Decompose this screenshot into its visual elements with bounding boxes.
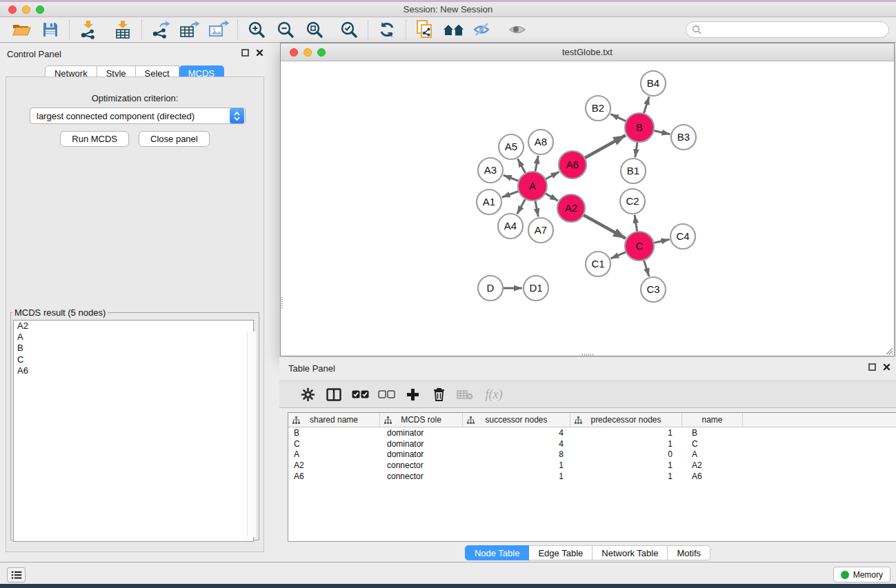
cell-predecessors[interactable]: 0 [570,449,682,459]
network-canvas[interactable]: B4B2BB3B1A8A5A6A3AA1A2C2A4A7C4CC1C3DD1 [281,61,894,356]
table-row[interactable]: Bdominator41B [288,427,896,438]
export-image-icon [208,20,229,39]
table-row[interactable]: A6connector11A6 [288,471,896,482]
cell-predecessors[interactable]: 1 [570,460,682,470]
open-session-button[interactable] [10,19,33,40]
save-session-button[interactable] [39,19,62,40]
cell-successors[interactable]: 8 [463,449,570,459]
column-header-shared-name[interactable]: shared name [288,413,380,427]
cell-shared_name[interactable]: A2 [288,460,380,470]
table-row[interactable]: Cdominator41C [288,438,896,449]
result-scrollbar[interactable] [247,332,256,537]
zoom-fit-icon [306,21,323,39]
cell-mcds_role[interactable]: connector [380,460,463,470]
edge-A-A6 [544,172,559,180]
edge-A-A5 [518,159,526,175]
cell-name[interactable]: A6 [682,472,743,481]
cell-mcds_role[interactable]: dominator [380,439,463,449]
delete-column-button[interactable] [426,385,452,404]
edge-C-C2 [635,215,637,233]
zoom-fit-button[interactable] [303,19,326,40]
zoom-selected-icon [340,21,358,39]
cell-mcds_role[interactable]: dominator [380,428,463,438]
table-row[interactable]: Adominator80A [288,449,896,460]
zoom-out-button[interactable] [274,19,297,40]
cell-mcds_role[interactable]: connector [380,472,463,481]
resize-grip[interactable] [884,345,893,355]
list-icon [10,569,23,580]
column-header-name[interactable]: name [682,413,743,427]
cell-name[interactable]: A2 [682,460,743,470]
tab-edge-table[interactable]: Edge Table [529,545,593,560]
cell-shared_name[interactable]: A [288,449,380,459]
result-item[interactable]: C [14,354,253,365]
cell-successors[interactable]: 4 [463,428,570,438]
task-history-button[interactable] [7,567,26,582]
splitter-handle[interactable] [280,297,283,308]
cell-successors[interactable]: 4 [463,439,570,449]
export-table-button[interactable] [178,19,201,40]
mcds-result-box: MCDS result (5 nodes) A2ABCA6 [10,307,259,540]
result-item[interactable]: A [14,332,253,343]
table-row[interactable]: A2connector11A2 [288,460,896,471]
import-table-button[interactable] [111,19,135,40]
result-item[interactable]: A6 [14,365,253,376]
node-label-A1: A1 [483,196,495,207]
function-builder-button[interactable]: f(x) [478,385,510,404]
close-panel-button[interactable]: Close panel [139,131,210,147]
export-network-button[interactable] [149,19,172,40]
mcds-result-list[interactable]: A2ABCA6 [13,320,254,542]
delete-table-button[interactable] [452,385,478,404]
new-network-from-selection-button[interactable] [413,19,437,40]
show-all-button[interactable] [506,19,529,40]
cell-mcds_role[interactable]: dominator [380,449,463,459]
first-neighbors-button[interactable] [442,19,466,40]
zoom-selected-button[interactable] [337,19,361,40]
network-view-window: testGlobe.txt B4B2BB3B1A8A5A6A3AA1A2C2A4… [280,43,895,356]
close-panel-icon[interactable] [256,49,263,57]
cell-shared_name[interactable]: A6 [288,472,380,481]
column-header-predecessor-nodes[interactable]: predecessor nodes [570,413,682,427]
tab-motifs[interactable]: Motifs [668,545,710,560]
tab-node-table[interactable]: Node Table [465,545,530,560]
import-network-button[interactable] [77,19,100,40]
table-settings-button[interactable] [295,385,321,404]
result-item[interactable]: A2 [14,321,253,332]
plus-icon [406,388,419,401]
column-header-successor-nodes[interactable]: successor nodes [463,413,570,427]
memory-button[interactable]: Memory [833,567,890,582]
cell-predecessors[interactable]: 1 [570,428,682,438]
node-label-B: B [636,121,643,133]
search-input[interactable] [701,23,888,36]
tab-network-table[interactable]: Network Table [593,545,668,560]
criterion-dropdown[interactable]: largest connected component (directed) [30,108,246,124]
splitter-handle[interactable] [582,354,593,356]
cell-name[interactable]: C [682,439,743,449]
select-all-button[interactable] [347,385,373,404]
deselect-all-button[interactable] [373,385,399,404]
show-column-button[interactable] [321,385,347,404]
float-panel-icon[interactable] [241,49,249,57]
float-panel-icon[interactable] [868,363,876,371]
hide-selected-button[interactable] [471,19,495,40]
cell-predecessors[interactable]: 1 [570,439,682,449]
export-image-button[interactable] [207,19,230,40]
edge-A-A2 [544,192,557,201]
node-label-A: A [529,180,536,192]
cell-successors[interactable]: 1 [463,460,570,470]
zoom-in-button[interactable] [245,19,268,40]
result-item[interactable]: B [14,343,253,354]
cell-successors[interactable]: 1 [463,472,570,481]
close-panel-icon[interactable] [883,363,890,371]
cell-name[interactable]: A [682,449,743,459]
add-column-button[interactable] [399,385,426,404]
cell-shared_name[interactable]: B [288,428,380,438]
cell-predecessors[interactable]: 1 [570,472,682,481]
memory-status-icon [841,571,849,579]
column-header-mcds-role[interactable]: MCDS role [380,413,463,427]
run-mcds-button[interactable]: Run MCDS [60,131,129,147]
refresh-button[interactable] [375,19,399,40]
cell-name[interactable]: B [682,428,743,438]
cell-shared_name[interactable]: C [288,439,380,449]
zoom-in-icon [248,21,266,39]
